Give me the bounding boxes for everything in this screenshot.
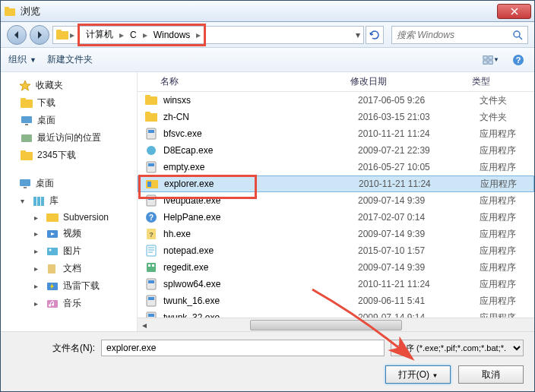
organize-menu[interactable]: 组织 ▼: [8, 53, 36, 66]
file-row[interactable]: empty.exe2016-05-27 10:05应用程序: [138, 159, 534, 175]
file-row[interactable]: splwow64.exe2010-11-21 11:24应用程序: [138, 276, 534, 292]
file-type: 应用程序: [480, 178, 517, 191]
file-row[interactable]: twunk_16.exe2009-06-11 5:41应用程序: [138, 292, 534, 309]
file-date: 2009-07-14 9:14: [358, 312, 480, 318]
column-name[interactable]: 名称: [138, 75, 350, 88]
file-type: 应用程序: [480, 161, 516, 174]
app-icon: [145, 144, 157, 156]
caret-right-icon: ▸: [34, 229, 42, 238]
file-row[interactable]: twunk_32.exe2009-07-14 9:14应用程序: [138, 309, 534, 318]
help-icon: ?: [145, 211, 157, 223]
caret-right-icon: ▸: [34, 247, 42, 255]
file-row[interactable]: zh-CN2016-03-15 21:03文件夹: [138, 109, 534, 125]
desktop-icon: [21, 115, 33, 126]
view-menu[interactable]: ▼: [483, 52, 499, 68]
file-date: 2016-03-15 21:03: [358, 112, 480, 122]
open-button[interactable]: 打开(O) ▼: [385, 365, 451, 384]
new-folder-button[interactable]: 新建文件夹: [47, 53, 93, 66]
file-type: 应用程序: [480, 144, 516, 157]
sidebar-video[interactable]: ▸视频: [4, 225, 134, 242]
arrow-left-icon: [12, 30, 21, 40]
exe-icon: [145, 194, 157, 207]
file-date: 2017-06-05 9:26: [358, 95, 480, 106]
column-type[interactable]: 类型: [472, 75, 534, 88]
file-row[interactable]: explorer.exe2010-11-21 11:24应用程序: [138, 175, 534, 192]
file-type: 应用程序: [480, 245, 516, 258]
svg-rect-12: [21, 98, 26, 101]
search-input[interactable]: [397, 30, 512, 40]
search-box[interactable]: [391, 26, 528, 44]
chevron-right-icon: ▸: [68, 30, 76, 40]
breadcrumb-windows[interactable]: Windows: [149, 30, 195, 40]
sidebar-favorites[interactable]: 收藏夹: [4, 77, 134, 94]
file-row[interactable]: regedit.exe2009-07-14 9:39应用程序: [138, 259, 534, 276]
svg-point-36: [147, 146, 156, 155]
sidebar-music[interactable]: ▸音乐: [4, 295, 134, 312]
list-body[interactable]: winsxs2017-06-05 9:26文件夹zh-CN2016-03-15 …: [138, 92, 534, 318]
sidebar-libraries[interactable]: ▾库: [4, 192, 134, 210]
close-button[interactable]: [497, 4, 531, 19]
sidebar-documents[interactable]: ▸文档: [4, 260, 134, 277]
scroll-left-icon[interactable]: ◂: [138, 320, 151, 330]
sidebar-downloads[interactable]: 下载: [4, 94, 134, 112]
svg-rect-17: [21, 150, 26, 153]
file-date: 2009-07-21 22:39: [358, 145, 480, 156]
pictures-icon: [46, 246, 59, 257]
file-row[interactable]: D8Ecap.exe2009-07-21 22:39应用程序: [138, 142, 534, 159]
svg-rect-56: [148, 314, 154, 317]
file-name: winsxs: [163, 95, 358, 106]
filename-input[interactable]: [101, 340, 385, 356]
breadcrumb-computer[interactable]: 计算机: [81, 28, 118, 41]
chevron-down-icon[interactable]: ▾: [356, 30, 360, 40]
file-row[interactable]: ?HelpPane.exe2017-02-07 0:14应用程序: [138, 209, 534, 226]
svg-rect-49: [148, 264, 150, 267]
svg-rect-42: [148, 197, 154, 200]
sidebar-thunder[interactable]: ▸迅雷下载: [4, 277, 134, 295]
svg-rect-25: [47, 248, 58, 255]
svg-rect-6: [489, 55, 492, 58]
chevron-right-icon: ▸: [118, 30, 125, 40]
help2-icon: ?: [145, 228, 157, 240]
refresh-button[interactable]: [366, 26, 384, 44]
file-dialog: 浏览 ▸ 计算机 ▸ C ▸ Windows ▸ ▾: [0, 0, 535, 392]
svg-point-4: [514, 31, 520, 37]
file-date: 2017-02-07 0:14: [358, 212, 480, 223]
breadcrumb[interactable]: ▸ 计算机 ▸ C ▸ Windows ▸ ▾: [52, 26, 364, 44]
folder-icon: [21, 98, 33, 109]
refresh-icon: [369, 30, 380, 40]
folder-icon: [145, 111, 157, 123]
file-row[interactable]: winsxs2017-06-05 9:26文件夹: [138, 92, 534, 109]
breadcrumb-c[interactable]: C: [125, 30, 141, 40]
sidebar-desktop-root[interactable]: 桌面: [4, 175, 134, 192]
file-type: 文件夹: [480, 111, 507, 124]
svg-rect-54: [148, 297, 154, 300]
file-row[interactable]: notepad.exe2015-07-10 1:57应用程序: [138, 242, 534, 259]
sidebar-desktop[interactable]: 桌面: [4, 112, 134, 129]
file-name: explorer.exe: [164, 179, 359, 189]
file-type: 应用程序: [480, 128, 516, 141]
sidebar-subversion[interactable]: ▸Subversion: [4, 210, 134, 225]
svg-rect-8: [489, 60, 492, 63]
caret-down-icon: ▾: [21, 197, 28, 205]
back-button[interactable]: [7, 25, 27, 45]
file-row[interactable]: bfsvc.exe2010-11-21 11:24应用程序: [138, 125, 534, 142]
sidebar-recent[interactable]: 最近访问的位置: [4, 129, 134, 147]
caret-right-icon: ▸: [34, 264, 42, 273]
filter-select[interactable]: 程序 (*.exe;*.pif;*.com;*.bat;*.: [391, 340, 524, 356]
star-icon: [19, 80, 31, 92]
scrollbar-horizontal[interactable]: ◂: [138, 318, 534, 331]
forward-button[interactable]: [30, 25, 49, 45]
column-date[interactable]: 修改日期: [350, 75, 472, 88]
file-row[interactable]: ?hh.exe2009-07-14 9:39应用程序: [138, 226, 534, 242]
file-name: fveupdate.exe: [163, 195, 358, 206]
scroll-thumb[interactable]: [250, 320, 402, 330]
cancel-button[interactable]: 取消: [458, 365, 524, 384]
help-button[interactable]: ?: [510, 52, 527, 68]
recent-icon: [21, 133, 33, 144]
file-row[interactable]: fveupdate.exe2009-07-14 9:39应用程序: [138, 192, 534, 209]
sidebar-2345[interactable]: 2345下载: [4, 147, 134, 164]
sidebar-pictures[interactable]: ▸图片: [4, 242, 134, 260]
folder-icon: [56, 30, 68, 40]
file-date: 2009-07-14 9:39: [358, 195, 480, 206]
caret-right-icon: ▸: [34, 282, 42, 290]
